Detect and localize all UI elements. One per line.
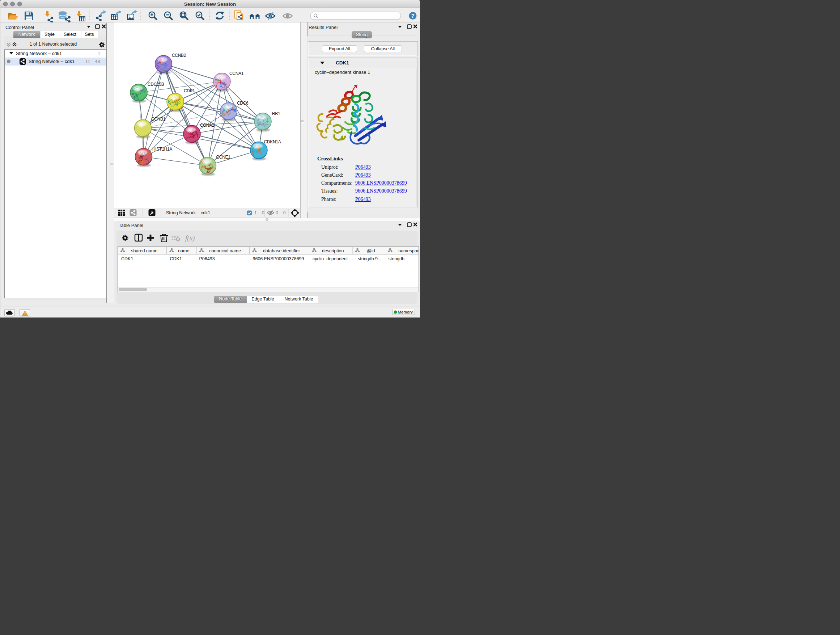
svg-text:CCNB1: CCNB1 bbox=[151, 117, 166, 122]
svg-text:RB1: RB1 bbox=[272, 111, 280, 116]
svg-text:CDK1: CDK1 bbox=[184, 88, 195, 93]
svg-text:String Network – cdk1: String Network – cdk1 bbox=[166, 211, 210, 215]
svg-text:1 – 0: 1 – 0 bbox=[254, 211, 264, 215]
svg-text:description: description bbox=[322, 249, 343, 253]
svg-text:canonical name: canonical name bbox=[209, 249, 241, 253]
svg-text:CDC6: CDC6 bbox=[237, 101, 248, 106]
svg-text:CCNB2: CCNB2 bbox=[172, 53, 186, 58]
svg-text:shared name: shared name bbox=[131, 249, 157, 253]
svg-text:CDKN1A: CDKN1A bbox=[264, 139, 281, 144]
svg-text:CDC25B: CDC25B bbox=[148, 82, 164, 87]
svg-text:namespace: namespace bbox=[398, 249, 419, 253]
svg-text:database identifier: database identifier bbox=[263, 249, 300, 253]
svg-text:CCNE1: CCNE1 bbox=[216, 155, 231, 160]
svg-text:0 – 0: 0 – 0 bbox=[276, 211, 286, 215]
svg-text:?: ? bbox=[411, 13, 414, 19]
svg-text:HIST1H1A: HIST1H1A bbox=[152, 147, 172, 152]
svg-text:name: name bbox=[178, 249, 189, 253]
svg-text:CCNA1: CCNA1 bbox=[229, 71, 244, 76]
svg-text:@id: @id bbox=[366, 249, 374, 253]
svg-text:CCNA2: CCNA2 bbox=[200, 123, 215, 128]
svg-text:f(x): f(x) bbox=[185, 234, 195, 242]
